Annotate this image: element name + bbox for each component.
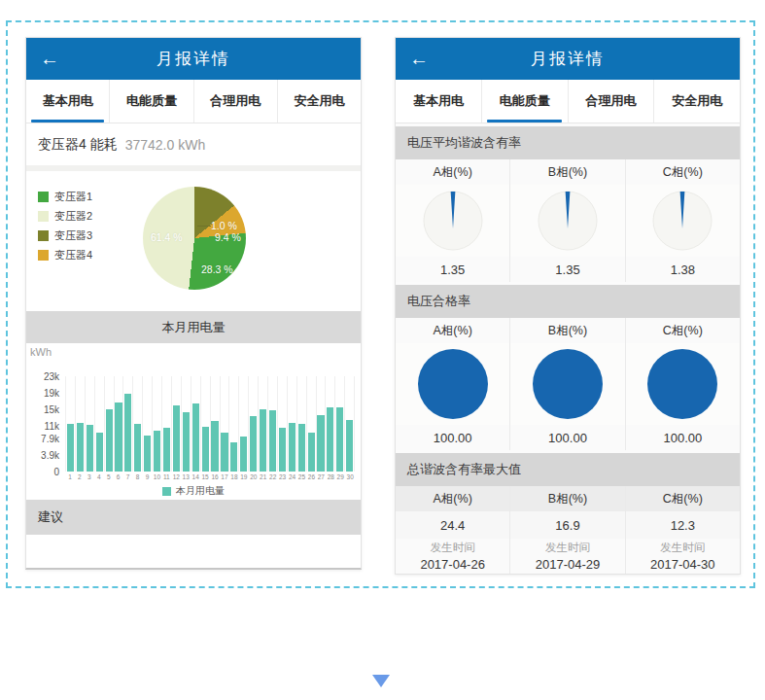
bar[interactable] [96, 433, 103, 472]
y-tick-label: 11k [26, 421, 59, 432]
column-headers: A相(%)B相(%)C相(%) [396, 159, 740, 185]
tab-合理用电[interactable]: 合理用电 [193, 80, 277, 122]
phase-header: A相(%) [396, 159, 509, 185]
bar[interactable] [173, 405, 180, 472]
bar[interactable] [250, 416, 257, 472]
bar[interactable] [183, 412, 190, 472]
dashed-container: ← 月报详情 基本用电电能质量合理用电安全用电 变压器4 能耗 37742.0 … [6, 20, 755, 588]
tab-label: 安全用电 [672, 92, 722, 110]
bar[interactable] [327, 407, 333, 472]
active-tab-underline [31, 120, 104, 122]
back-arrow-icon[interactable]: ← [40, 46, 59, 71]
bar[interactable] [298, 424, 305, 472]
bar[interactable] [202, 427, 209, 472]
bar[interactable] [269, 410, 276, 472]
bar[interactable] [260, 409, 266, 472]
tab-合理用电[interactable]: 合理用电 [568, 80, 654, 122]
phase-header: B相(%) [509, 159, 624, 185]
back-arrow-icon[interactable]: ← [409, 46, 429, 71]
value-row: 100.00100.00100.00 [396, 425, 740, 450]
x-tick-label: 4 [94, 473, 104, 480]
bar[interactable] [221, 433, 227, 472]
tab-label: 合理用电 [210, 92, 261, 110]
bar[interactable] [134, 424, 141, 472]
bar-chart-legend: 本月用电量 [26, 484, 361, 498]
bar[interactable] [192, 403, 199, 472]
bar[interactable] [230, 442, 237, 472]
tab-安全用电[interactable]: 安全用电 [277, 80, 361, 122]
value-row: 1.351.351.38 [396, 257, 740, 282]
bar-chart: 03.9k7.9k11k15k19k23k 123456789101112131… [26, 362, 361, 500]
x-tick-label: 8 [133, 473, 143, 480]
x-tick-label: 13 [181, 473, 191, 480]
bar-slot [76, 376, 86, 472]
x-tick-label: 5 [104, 473, 114, 480]
bar[interactable] [87, 425, 93, 472]
bar-slot [221, 376, 230, 472]
bar[interactable] [279, 428, 286, 472]
x-tick-label: 16 [210, 473, 220, 480]
tab-安全用电[interactable]: 安全用电 [653, 80, 740, 122]
pie-legend-item: 变压器3 [38, 226, 92, 245]
y-tick-label: 19k [26, 388, 59, 399]
legend-label: 本月用电量 [176, 484, 225, 498]
bar-slot [191, 376, 201, 472]
bar[interactable] [163, 428, 170, 472]
pie-data-label: 9.4 % [215, 231, 241, 243]
x-tick-label: 12 [171, 473, 181, 480]
x-tick-label: 17 [220, 473, 229, 480]
bar-slot [66, 376, 76, 472]
x-tick-label: 9 [143, 473, 153, 480]
bar[interactable] [308, 433, 315, 472]
tab-label: 安全用电 [294, 92, 344, 110]
suggestion-section-header[interactable]: 建议 [26, 500, 361, 535]
tab-bar-left: 基本用电电能质量合理用电安全用电 [26, 80, 361, 123]
phase-value: 16.9 [509, 511, 624, 539]
x-tick-label: 15 [200, 473, 210, 480]
time-label: 发生时间 [660, 541, 705, 555]
bar-slot [143, 376, 153, 472]
bar[interactable] [317, 415, 324, 472]
pie-chart: 61.4 %1.0 %9.4 %28.3 % [143, 187, 246, 290]
y-tick-label: 7.9k [26, 434, 59, 444]
tab-电能质量[interactable]: 电能质量 [481, 80, 568, 122]
bar-slot [229, 376, 239, 472]
bar[interactable] [124, 394, 131, 472]
x-tick-label: 22 [268, 473, 278, 480]
tab-基本用电[interactable]: 基本用电 [396, 80, 481, 122]
bar[interactable] [154, 431, 160, 472]
bar[interactable] [240, 437, 247, 472]
appbar-left: ← 月报详情 [26, 38, 361, 80]
phase-header: C相(%) [625, 486, 740, 511]
bar[interactable] [346, 420, 353, 472]
bar[interactable] [77, 423, 84, 472]
legend-swatch [38, 250, 49, 261]
phase-value: 1.38 [625, 257, 740, 282]
x-tick-label: 7 [123, 473, 133, 480]
pie-legend-item: 变压器2 [38, 206, 92, 226]
bar[interactable] [211, 421, 218, 472]
y-tick-label: 3.9k [26, 450, 59, 461]
full-pie-chart [533, 349, 603, 419]
time-label: 发生时间 [545, 541, 590, 555]
bar[interactable] [67, 424, 74, 472]
x-tick-label: 3 [85, 473, 94, 480]
bar[interactable] [106, 409, 113, 472]
x-tick-label: 21 [259, 473, 268, 480]
summary-value: 37742.0 kWh [125, 137, 206, 153]
y-tick-label: 0 [26, 467, 59, 477]
x-tick-label: 18 [229, 473, 239, 480]
pie-data-label: 28.3 % [201, 263, 233, 275]
bar[interactable] [336, 407, 343, 472]
bar-slot [86, 376, 95, 472]
legend-label: 变压器4 [54, 248, 92, 262]
bar[interactable] [289, 423, 296, 472]
tab-基本用电[interactable]: 基本用电 [26, 80, 109, 122]
x-tick-label: 27 [316, 473, 326, 480]
bar-slot [259, 376, 268, 472]
bar[interactable] [144, 436, 151, 472]
legend-label: 变压器3 [54, 228, 92, 243]
bar[interactable] [115, 402, 122, 472]
bar-slot [288, 376, 297, 472]
tab-电能质量[interactable]: 电能质量 [109, 80, 192, 122]
